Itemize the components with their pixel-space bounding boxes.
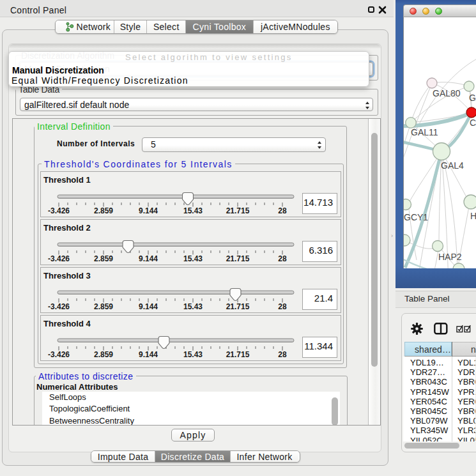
svg-text:GCY1: GCY1	[404, 212, 428, 222]
svg-text:9.144: 9.144	[139, 350, 158, 359]
svg-text:21.715: 21.715	[226, 302, 250, 311]
svg-text:-3.426: -3.426	[48, 206, 70, 215]
svg-text:28: 28	[278, 206, 287, 215]
svg-text:28: 28	[278, 350, 287, 359]
svg-text:H: H	[470, 211, 476, 221]
svg-text:9.144: 9.144	[139, 206, 158, 215]
svg-text:C: C	[470, 118, 476, 128]
svg-text:2.859: 2.859	[94, 350, 113, 359]
svg-text:15.43: 15.43	[183, 206, 203, 215]
svg-text:28: 28	[278, 302, 287, 311]
svg-text:28: 28	[278, 254, 287, 263]
svg-text:15.43: 15.43	[183, 254, 203, 263]
svg-text:GAL11: GAL11	[411, 127, 438, 137]
svg-text:2.859: 2.859	[94, 206, 113, 215]
svg-text:9.144: 9.144	[139, 302, 158, 311]
svg-text:21.715: 21.715	[226, 350, 250, 359]
svg-text:15.43: 15.43	[183, 350, 203, 359]
svg-text:GAL80: GAL80	[433, 88, 461, 98]
svg-text:15.43: 15.43	[183, 302, 203, 311]
svg-text:21.715: 21.715	[226, 254, 250, 263]
svg-text:2.859: 2.859	[94, 254, 113, 263]
svg-text:GA: GA	[469, 93, 476, 103]
svg-text:21.715: 21.715	[226, 206, 250, 215]
svg-text:-3.426: -3.426	[48, 254, 70, 263]
svg-text:9.144: 9.144	[139, 254, 158, 263]
svg-text:-3.426: -3.426	[48, 350, 70, 359]
svg-text:2.859: 2.859	[94, 302, 113, 311]
svg-text:HAP2: HAP2	[438, 252, 462, 262]
svg-text:GAL4: GAL4	[441, 160, 464, 171]
svg-text:-3.426: -3.426	[48, 302, 70, 311]
